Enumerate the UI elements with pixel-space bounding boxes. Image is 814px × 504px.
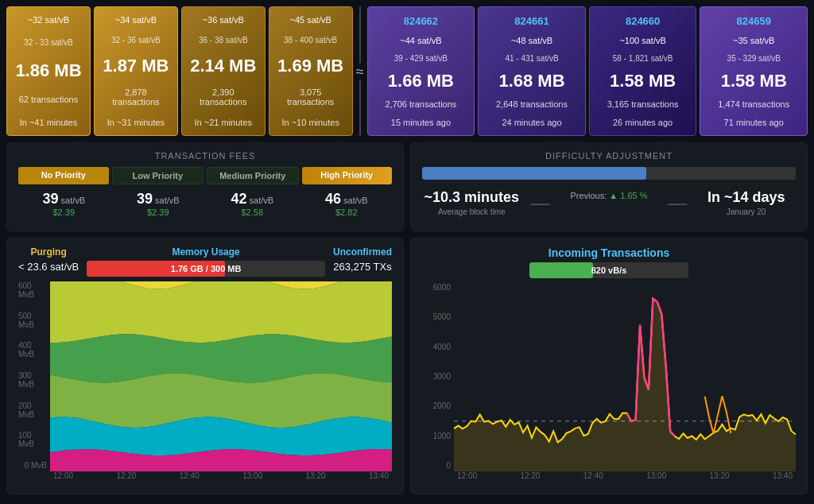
diff-eta-value: In ~14 days xyxy=(696,189,796,206)
mempool-svg xyxy=(50,281,392,471)
unconfirmed-stat: Unconfirmed 263,275 TXs xyxy=(333,246,392,273)
memory-stat: Memory Usage 1.76 GB / 300 MB xyxy=(87,246,325,277)
diff-eta: In ~14 days January 20 xyxy=(696,189,796,216)
purging-stat: Purging < 23.6 sat/vB xyxy=(18,246,79,273)
incoming-panel: Incoming Transactions 820 vB/s 6000 5000… xyxy=(410,238,808,494)
confirmed-block-1[interactable]: 824661 ~48 sat/vB 41 - 431 sat/vB 1.68 M… xyxy=(478,6,586,136)
svg-marker-1 xyxy=(50,281,392,343)
diff-block-time-label: Average block time xyxy=(422,207,521,216)
incoming-svg xyxy=(454,283,796,471)
diff-divider2: — xyxy=(665,189,690,216)
purging-title: Purging xyxy=(18,246,79,258)
fee-tab-high[interactable]: High Priority xyxy=(302,167,393,184)
fee-col-no-priority: 39 sat/vB $2.39 xyxy=(18,191,110,217)
confirmed-block-3[interactable]: 824659 ~35 sat/vB 35 - 329 sat/vB 1.58 M… xyxy=(700,6,808,136)
fee-tab-medium[interactable]: Medium Priority xyxy=(207,167,299,184)
fee-col-low: 39 sat/vB $2.39 xyxy=(113,191,204,217)
confirmed-block-0[interactable]: 824662 ~44 sat/vB 39 - 429 sat/vB 1.66 M… xyxy=(367,6,475,136)
incoming-header: Incoming Transactions 820 vB/s xyxy=(422,246,796,278)
difficulty-stats: ~10.3 minutes Average block time — Previ… xyxy=(422,189,796,216)
fee-sat-low: 39 sat/vB xyxy=(113,191,204,207)
mempool-y-labels: 600 MvB 500 MvB 400 MvB 300 MvB 200 MvB … xyxy=(18,281,50,470)
diff-previous: Previous: ▲ 1.65 % xyxy=(560,189,659,216)
mempool-header: Purging < 23.6 sat/vB Memory Usage 1.76 … xyxy=(18,246,392,277)
unconfirmed-value: 263,275 TXs xyxy=(333,261,392,273)
memory-bar: 1.76 GB / 300 MB xyxy=(87,261,325,277)
pending-block-0[interactable]: ~32 sat/vB 32 - 33 sat/vB 1.86 MB 62 tra… xyxy=(6,6,91,136)
fee-usd-medium: $2.58 xyxy=(207,207,298,217)
fee-panel: TRANSACTION FEES No Priority Low Priorit… xyxy=(6,142,404,231)
fee-tab-no-priority[interactable]: No Priority xyxy=(18,167,109,184)
fee-col-medium: 42 sat/vB $2.58 xyxy=(207,191,298,217)
mempool-x-labels: 12:00 12:20 12:40 13:00 13:20 13:40 xyxy=(50,471,392,486)
fee-usd-high: $2.82 xyxy=(301,207,393,217)
bottom-section: Purging < 23.6 sat/vB Memory Usage 1.76 … xyxy=(0,235,814,501)
incoming-bar-fill xyxy=(529,262,593,278)
top-section: ~32 sat/vB 32 - 33 sat/vB 1.86 MB 62 tra… xyxy=(0,0,814,139)
fee-tab-low[interactable]: Low Priority xyxy=(112,167,204,184)
memory-bar-label: 1.76 GB / 300 MB xyxy=(171,264,242,273)
fee-sat-medium: 42 sat/vB xyxy=(207,191,298,207)
diff-eta-label: January 20 xyxy=(696,207,796,216)
purging-value: < 23.6 sat/vB xyxy=(18,261,79,273)
confirmed-block-2[interactable]: 824660 ~100 sat/vB 58 - 1,821 sat/vB 1.5… xyxy=(589,6,697,136)
pending-blocks: ~32 sat/vB 32 - 33 sat/vB 1.86 MB 62 tra… xyxy=(6,6,353,136)
difficulty-panel-title: DIFFICULTY ADJUSTMENT xyxy=(422,151,796,161)
fee-usd-no-priority: $2.39 xyxy=(18,207,110,217)
difficulty-panel: DIFFICULTY ADJUSTMENT ~10.3 minutes Aver… xyxy=(410,142,808,231)
incoming-bar-wrap: 820 vB/s xyxy=(529,262,688,278)
fee-panel-title: TRANSACTION FEES xyxy=(18,151,392,161)
incoming-title: Incoming Transactions xyxy=(548,246,669,259)
memory-title: Memory Usage xyxy=(87,246,325,258)
fee-col-high: 46 sat/vB $2.82 xyxy=(301,191,393,217)
diff-divider: — xyxy=(528,189,553,216)
diff-block-time: ~10.3 minutes Average block time xyxy=(422,189,521,216)
incoming-y-labels: 6000 5000 4000 3000 2000 1000 0 xyxy=(422,283,454,470)
incoming-chart-area: 6000 5000 4000 3000 2000 1000 0 12:00 12… xyxy=(422,283,796,486)
diff-previous-label: Previous: ▲ 1.65 % xyxy=(560,191,659,200)
middle-section: TRANSACTION FEES No Priority Low Priorit… xyxy=(0,139,814,235)
confirmed-blocks: 824662 ~44 sat/vB 39 - 429 sat/vB 1.66 M… xyxy=(367,6,808,136)
difficulty-bar xyxy=(422,167,796,180)
mempool-panel: Purging < 23.6 sat/vB Memory Usage 1.76 … xyxy=(6,238,404,494)
incoming-x-labels: 12:00 12:20 12:40 13:00 13:20 13:40 xyxy=(454,471,796,486)
diff-block-time-value: ~10.3 minutes xyxy=(422,189,521,206)
fee-sat-high: 46 sat/vB xyxy=(301,191,393,207)
pending-block-3[interactable]: ~45 sat/vB 38 - 400 sat/vB 1.69 MB 3,075… xyxy=(269,6,353,136)
incoming-bar-label: 820 vB/s xyxy=(591,266,627,275)
mempool-divider xyxy=(359,6,361,136)
difficulty-bar-fill xyxy=(422,167,646,180)
pending-block-1[interactable]: ~34 sat/vB 32 - 36 sat/vB 1.87 MB 2,878 … xyxy=(94,6,178,136)
fee-usd-low: $2.39 xyxy=(113,207,204,217)
fee-values: 39 sat/vB $2.39 39 sat/vB $2.39 42 sat/v… xyxy=(18,191,392,217)
fee-sat-no-priority: 39 sat/vB xyxy=(18,191,110,207)
unconfirmed-title: Unconfirmed xyxy=(333,246,392,258)
pending-block-2[interactable]: ~36 sat/vB 36 - 38 sat/vB 2.14 MB 2,390 … xyxy=(181,6,266,136)
mempool-chart-area: 600 MvB 500 MvB 400 MvB 300 MvB 200 MvB … xyxy=(18,281,392,486)
fee-tabs: No Priority Low Priority Medium Priority… xyxy=(18,167,392,184)
